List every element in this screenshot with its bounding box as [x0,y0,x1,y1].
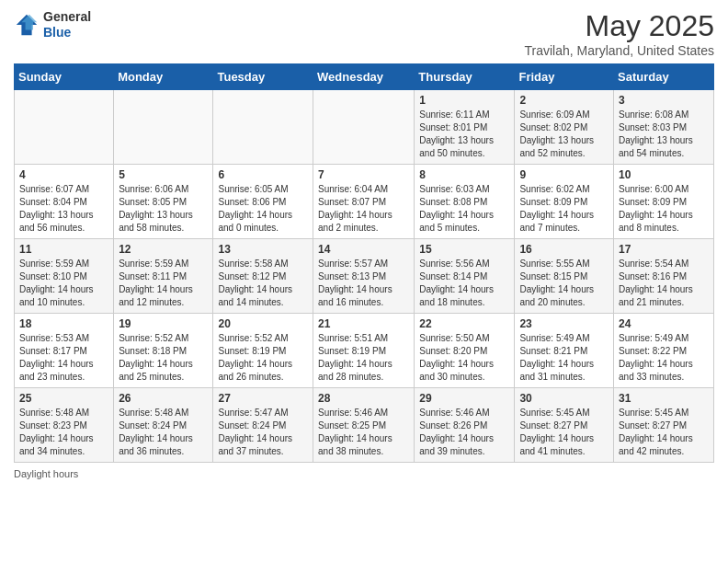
day-info: Sunrise: 6:05 AMSunset: 8:06 PMDaylight:… [218,183,308,235]
weekday-header: Sunday [15,64,114,90]
weekday-header: Wednesday [313,64,415,90]
day-info: Sunrise: 5:56 AMSunset: 8:14 PMDaylight:… [419,258,509,309]
day-info: Sunrise: 5:52 AMSunset: 8:18 PMDaylight:… [119,332,208,384]
day-info: Sunrise: 5:49 AMSunset: 8:21 PMDaylight:… [519,332,609,384]
day-info: Sunrise: 5:59 AMSunset: 8:11 PMDaylight:… [119,258,208,309]
calendar-cell: 11Sunrise: 5:59 AMSunset: 8:10 PMDayligh… [15,239,114,314]
day-number: 8 [419,168,509,181]
calendar-cell: 26Sunrise: 5:48 AMSunset: 8:24 PMDayligh… [114,388,213,463]
day-number: 29 [419,392,509,405]
calendar-week: 25Sunrise: 5:48 AMSunset: 8:23 PMDayligh… [15,388,714,463]
day-number: 21 [318,317,409,330]
day-info: Sunrise: 6:07 AMSunset: 8:04 PMDaylight:… [19,183,108,235]
calendar-cell: 25Sunrise: 5:48 AMSunset: 8:23 PMDayligh… [15,388,114,463]
calendar-cell: 21Sunrise: 5:51 AMSunset: 8:19 PMDayligh… [313,314,415,388]
day-number: 15 [419,243,509,256]
day-number: 3 [619,94,709,107]
page: General Blue May 2025 Travilah, Maryland… [0,0,728,488]
day-info: Sunrise: 5:58 AMSunset: 8:12 PMDaylight:… [218,258,308,309]
day-number: 11 [19,243,108,256]
header-row: SundayMondayTuesdayWednesdayThursdayFrid… [15,64,714,90]
weekday-header: Saturday [614,64,714,90]
logo: General Blue [14,9,91,40]
day-number: 19 [119,317,208,330]
day-info: Sunrise: 6:09 AMSunset: 8:02 PMDaylight:… [519,109,609,160]
calendar-week: 4Sunrise: 6:07 AMSunset: 8:04 PMDaylight… [15,165,714,239]
day-info: Sunrise: 5:55 AMSunset: 8:15 PMDaylight:… [519,258,609,309]
day-info: Sunrise: 5:46 AMSunset: 8:25 PMDaylight:… [318,407,409,458]
calendar-cell [313,90,415,165]
calendar-cell: 27Sunrise: 5:47 AMSunset: 8:24 PMDayligh… [213,388,313,463]
calendar-cell: 3Sunrise: 6:08 AMSunset: 8:03 PMDaylight… [614,90,714,165]
calendar-cell: 13Sunrise: 5:58 AMSunset: 8:12 PMDayligh… [213,239,313,314]
day-info: Sunrise: 5:53 AMSunset: 8:17 PMDaylight:… [19,332,108,384]
day-number: 25 [19,392,108,405]
calendar-cell: 19Sunrise: 5:52 AMSunset: 8:18 PMDayligh… [114,314,213,388]
day-info: Sunrise: 6:04 AMSunset: 8:07 PMDaylight:… [318,183,409,235]
title-block: May 2025 Travilah, Maryland, United Stat… [525,9,714,58]
calendar-cell: 4Sunrise: 6:07 AMSunset: 8:04 PMDaylight… [15,165,114,239]
calendar-week: 11Sunrise: 5:59 AMSunset: 8:10 PMDayligh… [15,239,714,314]
calendar-cell: 5Sunrise: 6:06 AMSunset: 8:05 PMDaylight… [114,165,213,239]
weekday-header: Monday [114,64,213,90]
calendar-cell: 9Sunrise: 6:02 AMSunset: 8:09 PMDaylight… [515,165,614,239]
day-number: 18 [19,317,108,330]
day-number: 23 [519,317,609,330]
calendar-cell: 14Sunrise: 5:57 AMSunset: 8:13 PMDayligh… [313,239,415,314]
day-info: Sunrise: 6:11 AMSunset: 8:01 PMDaylight:… [419,109,509,160]
day-number: 16 [519,243,609,256]
day-info: Sunrise: 6:02 AMSunset: 8:09 PMDaylight:… [519,183,609,235]
logo-icon [14,12,40,38]
calendar-cell: 10Sunrise: 6:00 AMSunset: 8:09 PMDayligh… [614,165,714,239]
day-info: Sunrise: 5:59 AMSunset: 8:10 PMDaylight:… [19,258,108,309]
calendar-cell: 15Sunrise: 5:56 AMSunset: 8:14 PMDayligh… [415,239,515,314]
weekday-header: Friday [515,64,614,90]
calendar-cell [114,90,213,165]
logo-blue: Blue [43,25,71,40]
day-info: Sunrise: 5:54 AMSunset: 8:16 PMDaylight:… [619,258,709,309]
calendar-cell: 6Sunrise: 6:05 AMSunset: 8:06 PMDaylight… [213,165,313,239]
day-number: 27 [218,392,308,405]
calendar-week: 1Sunrise: 6:11 AMSunset: 8:01 PMDaylight… [15,90,714,165]
header: General Blue May 2025 Travilah, Maryland… [14,9,714,58]
footer: Daylight hours [14,468,714,479]
day-number: 5 [119,168,208,181]
day-number: 22 [419,317,509,330]
day-number: 4 [19,168,108,181]
day-number: 30 [519,392,609,405]
day-info: Sunrise: 6:03 AMSunset: 8:08 PMDaylight:… [419,183,509,235]
calendar-cell [15,90,114,165]
day-number: 7 [318,168,409,181]
day-number: 10 [619,168,709,181]
calendar-cell: 18Sunrise: 5:53 AMSunset: 8:17 PMDayligh… [15,314,114,388]
calendar-cell: 23Sunrise: 5:49 AMSunset: 8:21 PMDayligh… [515,314,614,388]
day-number: 2 [519,94,609,107]
calendar-cell [213,90,313,165]
subtitle: Travilah, Maryland, United States [525,43,714,58]
day-info: Sunrise: 5:49 AMSunset: 8:22 PMDaylight:… [619,332,709,384]
day-number: 12 [119,243,208,256]
calendar-cell: 22Sunrise: 5:50 AMSunset: 8:20 PMDayligh… [415,314,515,388]
day-number: 26 [119,392,208,405]
day-number: 20 [218,317,308,330]
day-info: Sunrise: 6:00 AMSunset: 8:09 PMDaylight:… [619,183,709,235]
logo-general: General [43,9,91,24]
day-number: 17 [619,243,709,256]
calendar-cell: 28Sunrise: 5:46 AMSunset: 8:25 PMDayligh… [313,388,415,463]
day-info: Sunrise: 5:50 AMSunset: 8:20 PMDaylight:… [419,332,509,384]
day-info: Sunrise: 5:48 AMSunset: 8:23 PMDaylight:… [19,407,108,458]
day-number: 9 [519,168,609,181]
calendar-cell: 16Sunrise: 5:55 AMSunset: 8:15 PMDayligh… [515,239,614,314]
day-info: Sunrise: 5:46 AMSunset: 8:26 PMDaylight:… [419,407,509,458]
main-title: May 2025 [525,9,714,43]
logo-text: General Blue [43,9,91,40]
weekday-header: Tuesday [213,64,313,90]
day-info: Sunrise: 5:51 AMSunset: 8:19 PMDaylight:… [318,332,409,384]
calendar-cell: 17Sunrise: 5:54 AMSunset: 8:16 PMDayligh… [614,239,714,314]
day-info: Sunrise: 5:57 AMSunset: 8:13 PMDaylight:… [318,258,409,309]
calendar-cell: 12Sunrise: 5:59 AMSunset: 8:11 PMDayligh… [114,239,213,314]
day-number: 6 [218,168,308,181]
day-info: Sunrise: 5:45 AMSunset: 8:27 PMDaylight:… [519,407,609,458]
day-number: 1 [419,94,509,107]
calendar-cell: 29Sunrise: 5:46 AMSunset: 8:26 PMDayligh… [415,388,515,463]
